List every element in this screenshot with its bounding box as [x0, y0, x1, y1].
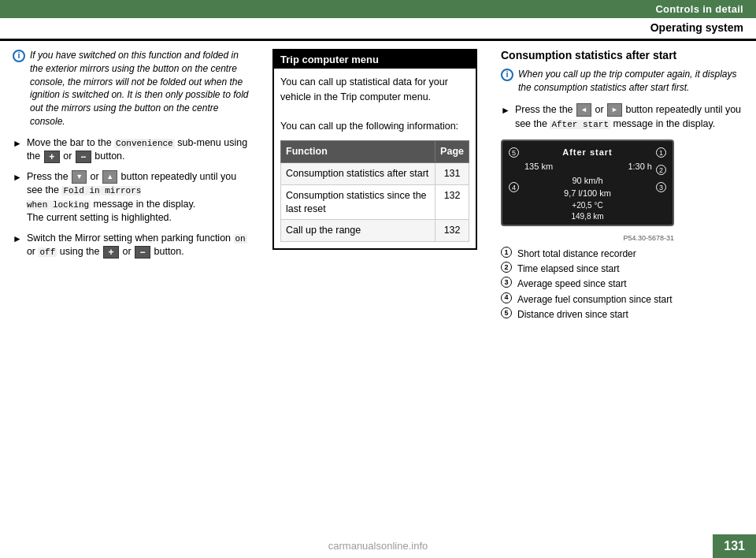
circle-2: 2 — [656, 165, 666, 175]
minus-button-icon-2[interactable]: − — [135, 246, 150, 259]
bullet-1: ► Move the bar to the Convenience sub-me… — [13, 136, 249, 164]
after-start-code: After start — [550, 120, 610, 129]
fold-mirrors-code: Fold in mirrorswhen locking — [27, 186, 142, 210]
arrow-icon-2: ► — [13, 171, 22, 184]
display-header-text: After start — [562, 147, 613, 157]
minus-button-icon[interactable]: − — [76, 151, 91, 163]
trip-intro-2: You can call up the following informatio… — [280, 119, 469, 134]
row-1-page: 131 — [435, 162, 469, 184]
on-code: on — [234, 234, 247, 244]
bullet-1-text: Move the bar to the Convenience sub-menu… — [27, 136, 249, 164]
legend-item-3: 3 Average speed since start — [501, 277, 743, 292]
info-icon: i — [13, 50, 25, 62]
legend-text-5: Distance driven since start — [517, 307, 628, 322]
row-1-function: Consumption statistics after start — [281, 162, 435, 184]
table-row: Call up the range 132 — [281, 220, 469, 242]
row-3-function: Call up the range — [281, 220, 435, 242]
table-row: Consumption statistics since the last re… — [281, 184, 469, 220]
display-image-wrapper: 1 2 3 4 5 After start 135 km 1:30 h 90 k… — [501, 140, 674, 242]
row-2-page: 132 — [435, 184, 469, 220]
legend-num-4: 4 — [501, 292, 512, 303]
trip-data-table: Function Page Consumption statistics aft… — [280, 140, 469, 242]
row-3-page: 132 — [435, 220, 469, 242]
section-header: Controls in detail — [0, 0, 756, 18]
circle-4: 4 — [509, 182, 519, 192]
legend-num-1: 1 — [501, 247, 512, 258]
display-line-3: 9,7 l/100 km — [564, 188, 611, 198]
or-word: or — [595, 104, 606, 115]
legend-text-1: Short total distance recorder — [517, 247, 636, 262]
nav-btn-right[interactable]: ► — [607, 103, 622, 117]
arrow-icon-right: ► — [501, 103, 510, 132]
legend-list: 1 Short total distance recorder 2 Time e… — [501, 247, 743, 322]
trip-intro-1: You can call up statistical data for you… — [280, 75, 469, 105]
nav-up-btn[interactable]: ▲ — [102, 170, 117, 184]
left-column: i If you have switched on this function … — [13, 49, 257, 322]
watermark: carmanualsonline.info — [328, 540, 428, 552]
circle-3: 3 — [656, 182, 666, 192]
plus-button-icon-2[interactable]: + — [103, 246, 119, 259]
legend-num-5: 5 — [501, 307, 512, 318]
middle-column: Trip computer menu You can call up stati… — [272, 49, 485, 322]
left-info-note: i If you have switched on this function … — [13, 49, 249, 128]
left-info-text: If you have switched on this function an… — [30, 49, 249, 128]
convenience-code: Convenience — [114, 139, 175, 148]
display-credit: P54.30-5678-31 — [501, 234, 674, 242]
legend-text-3: Average speed since start — [517, 277, 627, 292]
legend-num-2: 2 — [501, 262, 512, 273]
arrow-icon-1: ► — [13, 137, 22, 151]
legend-num-3: 3 — [501, 277, 512, 288]
table-row: Consumption statistics after start 131 — [281, 162, 469, 184]
legend-item-2: 2 Time elapsed since start — [501, 262, 743, 277]
display-line-1-left: 135 km — [524, 162, 553, 171]
bullet-3: ► Switch the Mirror setting when parking… — [13, 232, 249, 259]
trip-computer-body: You can call up statistical data for you… — [274, 69, 476, 248]
display-line-2: 90 km/h — [572, 176, 602, 185]
col-page: Page — [435, 141, 469, 163]
nav-down-btn[interactable]: ▼ — [72, 170, 87, 184]
col-function: Function — [281, 141, 435, 163]
legend-item-1: 1 Short total distance recorder — [501, 247, 743, 262]
info-icon-right: i — [501, 69, 513, 81]
trip-computer-box: Trip computer menu You can call up stati… — [272, 49, 477, 250]
legend-text-4: Average fuel consumption since start — [517, 292, 673, 307]
press-end-text: message in the display. — [613, 118, 715, 129]
trip-computer-display: 1 2 3 4 5 After start 135 km 1:30 h 90 k… — [501, 140, 674, 226]
off-code: off — [38, 247, 57, 257]
display-line-1-right: 1:30 h — [628, 162, 652, 171]
circle-5: 5 — [509, 147, 519, 158]
left-bullet-list: ► Move the bar to the Convenience sub-me… — [13, 136, 249, 259]
subsection-title: Operating system — [0, 18, 756, 41]
legend-item-5: 5 Distance driven since start — [501, 307, 743, 322]
bullet-2-text: Press the ▼ or ▲ button repeatedly until… — [27, 170, 249, 225]
legend-text-2: Time elapsed since start — [517, 262, 620, 277]
current-setting-note: The current setting is highlighted. — [27, 212, 172, 223]
consumption-title: Consumption statistics after start — [501, 49, 743, 61]
press-instruction-text: Press the the ◄ or ► button repeatedly u… — [515, 102, 743, 132]
display-line-4: +20,5 °C — [572, 201, 602, 210]
page-number-badge: 131 — [713, 534, 756, 558]
arrow-icon-3: ► — [13, 232, 22, 246]
bullet-2: ► Press the ▼ or ▲ button repeatedly unt… — [13, 170, 249, 225]
legend-item-4: 4 Average fuel consumption since start — [501, 292, 743, 307]
row-2-function: Consumption statistics since the last re… — [281, 184, 435, 220]
press-word: Press the — [515, 104, 557, 115]
display-line-5: 149,8 km — [571, 212, 603, 221]
circle-1: 1 — [656, 147, 666, 158]
press-instruction: ► Press the the ◄ or ► button repeatedly… — [501, 102, 743, 132]
right-column: Consumption statistics after start i Whe… — [501, 49, 743, 322]
right-info-box: i When you call up the trip computer aga… — [501, 68, 743, 95]
bullet-3-text: Switch the Mirror setting when parking f… — [27, 232, 249, 259]
plus-button-icon[interactable]: + — [44, 151, 60, 163]
right-info-text: When you call up the trip computer again… — [518, 68, 743, 95]
trip-computer-header: Trip computer menu — [274, 50, 476, 69]
nav-btn-left[interactable]: ◄ — [576, 103, 591, 117]
